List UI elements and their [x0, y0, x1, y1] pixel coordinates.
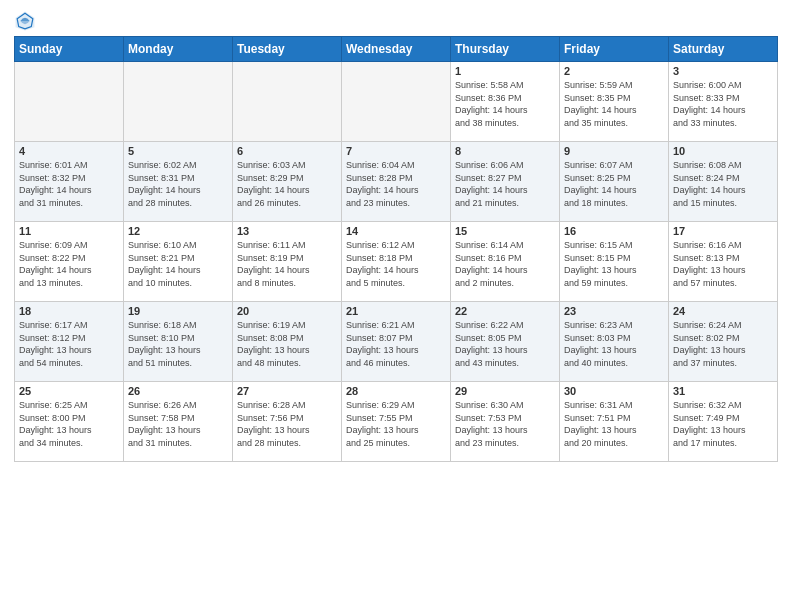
day-info: Sunrise: 6:07 AM Sunset: 8:25 PM Dayligh…	[564, 159, 664, 209]
day-info: Sunrise: 6:29 AM Sunset: 7:55 PM Dayligh…	[346, 399, 446, 449]
day-number: 30	[564, 385, 664, 397]
day-number: 18	[19, 305, 119, 317]
day-number: 29	[455, 385, 555, 397]
calendar-cell: 2Sunrise: 5:59 AM Sunset: 8:35 PM Daylig…	[560, 62, 669, 142]
day-info: Sunrise: 6:17 AM Sunset: 8:12 PM Dayligh…	[19, 319, 119, 369]
calendar-week-row: 25Sunrise: 6:25 AM Sunset: 8:00 PM Dayli…	[15, 382, 778, 462]
day-number: 11	[19, 225, 119, 237]
logo-icon	[14, 10, 36, 32]
day-info: Sunrise: 6:18 AM Sunset: 8:10 PM Dayligh…	[128, 319, 228, 369]
day-info: Sunrise: 6:15 AM Sunset: 8:15 PM Dayligh…	[564, 239, 664, 289]
calendar-cell: 1Sunrise: 5:58 AM Sunset: 8:36 PM Daylig…	[451, 62, 560, 142]
day-info: Sunrise: 6:32 AM Sunset: 7:49 PM Dayligh…	[673, 399, 773, 449]
day-number: 31	[673, 385, 773, 397]
calendar-cell: 22Sunrise: 6:22 AM Sunset: 8:05 PM Dayli…	[451, 302, 560, 382]
calendar-cell: 5Sunrise: 6:02 AM Sunset: 8:31 PM Daylig…	[124, 142, 233, 222]
day-info: Sunrise: 6:16 AM Sunset: 8:13 PM Dayligh…	[673, 239, 773, 289]
day-number: 17	[673, 225, 773, 237]
day-number: 14	[346, 225, 446, 237]
day-info: Sunrise: 6:22 AM Sunset: 8:05 PM Dayligh…	[455, 319, 555, 369]
day-info: Sunrise: 6:26 AM Sunset: 7:58 PM Dayligh…	[128, 399, 228, 449]
calendar-cell: 31Sunrise: 6:32 AM Sunset: 7:49 PM Dayli…	[669, 382, 778, 462]
calendar-week-row: 11Sunrise: 6:09 AM Sunset: 8:22 PM Dayli…	[15, 222, 778, 302]
calendar-week-row: 18Sunrise: 6:17 AM Sunset: 8:12 PM Dayli…	[15, 302, 778, 382]
day-number: 5	[128, 145, 228, 157]
weekday-saturday: Saturday	[669, 37, 778, 62]
calendar-cell: 21Sunrise: 6:21 AM Sunset: 8:07 PM Dayli…	[342, 302, 451, 382]
calendar-cell: 17Sunrise: 6:16 AM Sunset: 8:13 PM Dayli…	[669, 222, 778, 302]
calendar-cell: 10Sunrise: 6:08 AM Sunset: 8:24 PM Dayli…	[669, 142, 778, 222]
calendar-cell: 19Sunrise: 6:18 AM Sunset: 8:10 PM Dayli…	[124, 302, 233, 382]
day-info: Sunrise: 6:08 AM Sunset: 8:24 PM Dayligh…	[673, 159, 773, 209]
calendar-cell	[233, 62, 342, 142]
day-number: 20	[237, 305, 337, 317]
day-number: 12	[128, 225, 228, 237]
day-number: 23	[564, 305, 664, 317]
day-info: Sunrise: 6:10 AM Sunset: 8:21 PM Dayligh…	[128, 239, 228, 289]
day-info: Sunrise: 6:23 AM Sunset: 8:03 PM Dayligh…	[564, 319, 664, 369]
day-number: 10	[673, 145, 773, 157]
day-info: Sunrise: 6:30 AM Sunset: 7:53 PM Dayligh…	[455, 399, 555, 449]
day-info: Sunrise: 5:59 AM Sunset: 8:35 PM Dayligh…	[564, 79, 664, 129]
day-info: Sunrise: 6:14 AM Sunset: 8:16 PM Dayligh…	[455, 239, 555, 289]
calendar-cell: 27Sunrise: 6:28 AM Sunset: 7:56 PM Dayli…	[233, 382, 342, 462]
weekday-wednesday: Wednesday	[342, 37, 451, 62]
calendar-table: SundayMondayTuesdayWednesdayThursdayFrid…	[14, 36, 778, 462]
day-info: Sunrise: 6:02 AM Sunset: 8:31 PM Dayligh…	[128, 159, 228, 209]
day-info: Sunrise: 6:04 AM Sunset: 8:28 PM Dayligh…	[346, 159, 446, 209]
page: SundayMondayTuesdayWednesdayThursdayFrid…	[0, 0, 792, 470]
day-number: 16	[564, 225, 664, 237]
day-number: 9	[564, 145, 664, 157]
calendar-cell: 20Sunrise: 6:19 AM Sunset: 8:08 PM Dayli…	[233, 302, 342, 382]
calendar-cell: 9Sunrise: 6:07 AM Sunset: 8:25 PM Daylig…	[560, 142, 669, 222]
weekday-friday: Friday	[560, 37, 669, 62]
day-info: Sunrise: 6:19 AM Sunset: 8:08 PM Dayligh…	[237, 319, 337, 369]
calendar-cell: 30Sunrise: 6:31 AM Sunset: 7:51 PM Dayli…	[560, 382, 669, 462]
day-number: 13	[237, 225, 337, 237]
calendar-cell: 29Sunrise: 6:30 AM Sunset: 7:53 PM Dayli…	[451, 382, 560, 462]
calendar-cell: 15Sunrise: 6:14 AM Sunset: 8:16 PM Dayli…	[451, 222, 560, 302]
weekday-thursday: Thursday	[451, 37, 560, 62]
calendar-week-row: 1Sunrise: 5:58 AM Sunset: 8:36 PM Daylig…	[15, 62, 778, 142]
calendar-cell: 3Sunrise: 6:00 AM Sunset: 8:33 PM Daylig…	[669, 62, 778, 142]
day-number: 28	[346, 385, 446, 397]
calendar-cell: 24Sunrise: 6:24 AM Sunset: 8:02 PM Dayli…	[669, 302, 778, 382]
day-number: 19	[128, 305, 228, 317]
day-info: Sunrise: 6:11 AM Sunset: 8:19 PM Dayligh…	[237, 239, 337, 289]
calendar-cell: 8Sunrise: 6:06 AM Sunset: 8:27 PM Daylig…	[451, 142, 560, 222]
day-number: 22	[455, 305, 555, 317]
calendar-cell: 13Sunrise: 6:11 AM Sunset: 8:19 PM Dayli…	[233, 222, 342, 302]
calendar-cell: 25Sunrise: 6:25 AM Sunset: 8:00 PM Dayli…	[15, 382, 124, 462]
calendar-cell: 14Sunrise: 6:12 AM Sunset: 8:18 PM Dayli…	[342, 222, 451, 302]
day-info: Sunrise: 6:21 AM Sunset: 8:07 PM Dayligh…	[346, 319, 446, 369]
calendar-cell: 26Sunrise: 6:26 AM Sunset: 7:58 PM Dayli…	[124, 382, 233, 462]
day-number: 21	[346, 305, 446, 317]
calendar-cell: 7Sunrise: 6:04 AM Sunset: 8:28 PM Daylig…	[342, 142, 451, 222]
calendar-cell: 12Sunrise: 6:10 AM Sunset: 8:21 PM Dayli…	[124, 222, 233, 302]
calendar-cell: 4Sunrise: 6:01 AM Sunset: 8:32 PM Daylig…	[15, 142, 124, 222]
calendar-cell: 23Sunrise: 6:23 AM Sunset: 8:03 PM Dayli…	[560, 302, 669, 382]
day-number: 7	[346, 145, 446, 157]
calendar-week-row: 4Sunrise: 6:01 AM Sunset: 8:32 PM Daylig…	[15, 142, 778, 222]
day-number: 1	[455, 65, 555, 77]
day-info: Sunrise: 6:09 AM Sunset: 8:22 PM Dayligh…	[19, 239, 119, 289]
day-number: 25	[19, 385, 119, 397]
calendar-cell: 28Sunrise: 6:29 AM Sunset: 7:55 PM Dayli…	[342, 382, 451, 462]
day-number: 27	[237, 385, 337, 397]
header	[14, 10, 778, 32]
day-number: 15	[455, 225, 555, 237]
logo	[14, 10, 40, 32]
weekday-sunday: Sunday	[15, 37, 124, 62]
day-number: 4	[19, 145, 119, 157]
weekday-header-row: SundayMondayTuesdayWednesdayThursdayFrid…	[15, 37, 778, 62]
day-info: Sunrise: 6:24 AM Sunset: 8:02 PM Dayligh…	[673, 319, 773, 369]
day-info: Sunrise: 6:06 AM Sunset: 8:27 PM Dayligh…	[455, 159, 555, 209]
day-number: 3	[673, 65, 773, 77]
calendar-cell: 18Sunrise: 6:17 AM Sunset: 8:12 PM Dayli…	[15, 302, 124, 382]
day-info: Sunrise: 6:00 AM Sunset: 8:33 PM Dayligh…	[673, 79, 773, 129]
calendar-cell	[342, 62, 451, 142]
day-number: 8	[455, 145, 555, 157]
day-info: Sunrise: 6:31 AM Sunset: 7:51 PM Dayligh…	[564, 399, 664, 449]
day-info: Sunrise: 6:12 AM Sunset: 8:18 PM Dayligh…	[346, 239, 446, 289]
day-info: Sunrise: 5:58 AM Sunset: 8:36 PM Dayligh…	[455, 79, 555, 129]
